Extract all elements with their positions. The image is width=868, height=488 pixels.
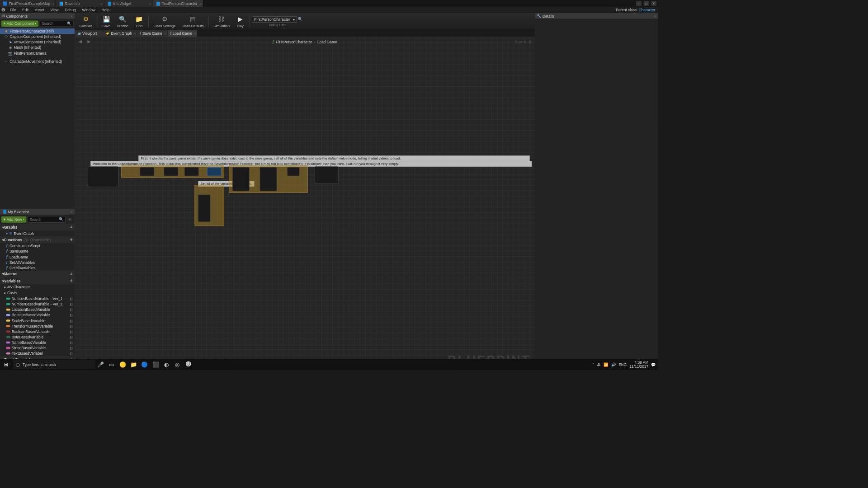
menu-asset[interactable]: Asset [32,7,47,13]
nav-back-button[interactable]: ◄ [77,38,84,45]
graph-node[interactable] [315,166,339,183]
components-panel-tab[interactable]: ⊞ Components × [0,13,75,19]
blueprint-graph[interactable]: ◄ ► f FirstPersonCharacter › Load Game Z… [75,37,534,370]
plus-icon[interactable]: + [70,224,72,230]
close-icon[interactable]: × [194,32,196,35]
component-movement[interactable]: ↔CharacterMovement (Inherited) [0,59,75,64]
wifi-icon[interactable]: 📶 [604,362,609,367]
notifications-icon[interactable]: 💬 [651,362,656,367]
graph-node[interactable] [260,167,277,191]
close-icon[interactable]: × [149,1,151,5]
edit-icon[interactable]: ◧ [70,346,73,350]
edit-icon[interactable]: ◧ [70,335,73,339]
mic-icon[interactable]: 🎤 [95,359,106,370]
save-button[interactable]: 💾Save [99,14,114,29]
function-constructionscript[interactable]: fConstructionScript [0,243,75,249]
tray-chevron-icon[interactable]: ˄ [592,362,594,367]
menu-view[interactable]: View [48,7,61,13]
variable-item[interactable]: NameBasedVariable◧ [0,340,75,345]
breadcrumb-root[interactable]: FirstPersonCharacter [276,40,312,44]
tab-savegame[interactable]: fSave Game× [137,30,167,37]
edit-icon[interactable]: ◧ [70,302,73,306]
edit-icon[interactable]: ◧ [70,341,73,344]
find-button[interactable]: 📁Find [132,14,146,29]
close-icon[interactable]: × [71,210,73,214]
tab-firstpersoncharacter[interactable]: 📘FirstPersonCharacter× [153,0,203,7]
tab-saveinfo[interactable]: 📘SaveInfo× [56,0,104,7]
steam-icon[interactable]: ◐ [161,359,172,370]
blueprint-search-input[interactable]: 🔍 [28,216,65,222]
variable-group-mycharacter[interactable]: ▸ My Character [0,284,75,290]
edit-icon[interactable]: ◧ [70,308,73,311]
components-search-input[interactable]: 🔍 [40,20,73,27]
minimize-button[interactable]: — [636,1,642,6]
close-icon[interactable]: × [164,32,166,35]
skype-icon[interactable]: 🔵 [139,359,150,370]
variable-group-casts[interactable]: ▸ Casts [0,290,75,296]
function-getallvariables[interactable]: fGetAllVariables [0,265,75,271]
compile-button[interactable]: ⚙Compile [77,14,95,29]
edit-icon[interactable]: ◧ [70,297,73,300]
graph-node[interactable] [164,167,178,176]
plus-icon[interactable]: + [70,237,72,243]
edit-icon[interactable]: ◧ [70,313,73,317]
graph-node[interactable] [140,167,154,176]
component-root[interactable]: 🧍 FirstPersonCharacter(self) [0,28,75,34]
close-icon[interactable]: × [52,1,54,5]
parent-class-link[interactable]: Character [639,8,656,12]
debug-filter-select[interactable]: FirstPersonCharacter [252,16,297,23]
language-icon[interactable]: ENG [618,362,627,366]
app-icon[interactable]: ◎ [172,359,183,370]
variable-item[interactable]: NumberBasedVariable - Ver_1◧ [0,296,75,301]
function-savegame[interactable]: fSaveGame [0,249,75,254]
network-icon[interactable]: 🖧 [597,362,601,366]
variable-item[interactable]: StringBasedVariable◧ [0,345,75,351]
section-functions[interactable]: ▾Functions(31 Overridable)+ [0,236,75,243]
epic-icon[interactable]: ⬛ [150,359,161,370]
my-blueprint-panel-tab[interactable]: 📘 My Blueprint × [0,209,75,215]
close-icon[interactable]: × [654,14,656,18]
class-settings-button[interactable]: ⚙Class Settings [151,14,179,29]
close-icon[interactable]: × [101,1,103,5]
details-panel-tab[interactable]: 🔧 Details × [534,13,658,19]
task-view-button[interactable]: ▭ [106,359,117,370]
graph-node[interactable] [88,166,118,187]
graph-comment[interactable]: First, it checks if a save game exists. … [138,155,530,161]
close-button[interactable]: ✕ [651,1,656,6]
nav-forward-button[interactable]: ► [86,38,93,45]
variable-item[interactable]: LocationBasedVariable◧ [0,307,75,312]
close-icon[interactable]: × [134,32,136,35]
function-setallvariables[interactable]: fSetAllVariables [0,260,75,265]
graph-node[interactable] [232,167,250,191]
variable-item[interactable]: NumberBasedVariable - Ver_2◧ [0,301,75,307]
graph-eventgraph[interactable]: ▸ ⊞EventGraph [0,230,75,236]
section-variables[interactable]: ▾Variables+ [0,277,75,284]
close-icon[interactable]: × [71,14,73,18]
variable-item[interactable]: BooleanBasedVariable◧ [0,329,75,334]
component-capsule[interactable]: ⬭CapsuleComponent (Inherited) [0,34,75,39]
menu-debug[interactable]: Debug [62,7,79,13]
system-tray[interactable]: ˄ 🖧 📶 🔊 ENG 4:39 AM 11/11/2017 💬 [592,360,658,368]
tab-loadgame[interactable]: fLoad Game× [167,30,197,37]
variable-item[interactable]: RotationBasedVariable◧ [0,312,75,318]
browse-button[interactable]: 🔍Browse [114,14,131,29]
search-icon[interactable]: 🔍 [298,17,303,22]
graph-node[interactable] [287,167,299,176]
menu-file[interactable]: File [7,7,19,13]
component-mesh[interactable]: ◈Mesh (Inherited) [0,45,75,50]
variable-item[interactable]: ScaleBasedVariable◧ [0,318,75,323]
start-button[interactable]: ⊞ [0,359,12,370]
graph-node[interactable] [207,167,222,176]
variable-item[interactable]: ByteBasedVariable◧ [0,334,75,340]
graph-node[interactable] [198,195,210,222]
tab-eventgraph[interactable]: ⚡Event Graph× [102,30,137,37]
taskbar-search[interactable]: ◯ Type here to search [13,360,95,369]
simulation-button[interactable]: ⛓Simulation [211,14,233,29]
clock[interactable]: 4:39 AM 11/11/2017 [629,360,648,368]
close-icon[interactable]: × [199,1,201,5]
chrome-icon[interactable]: 🟡 [117,359,128,370]
menu-window[interactable]: Window [79,7,98,13]
component-arrow[interactable]: ➤ArrowComponent (Inherited) [0,39,75,45]
maximize-button[interactable]: ◻ [644,1,649,6]
class-defaults-button[interactable]: ▤Class Defaults [179,14,207,29]
